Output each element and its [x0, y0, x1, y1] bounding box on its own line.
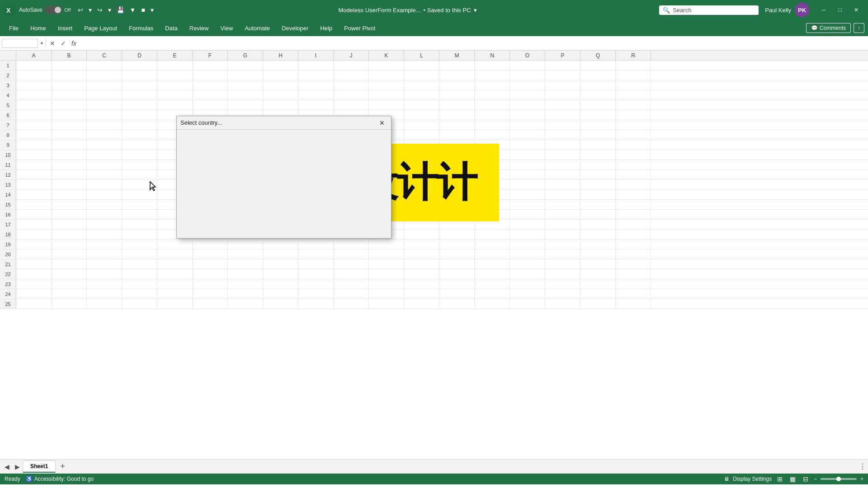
dialog-title: Select country...: [180, 119, 377, 126]
dialog-close-icon: ✕: [379, 119, 385, 127]
dialog-titlebar[interactable]: Select country... ✕: [177, 116, 391, 130]
dialog-close-button[interactable]: ✕: [377, 118, 387, 128]
dialog: Select country... ✕: [176, 116, 392, 239]
modal-overlay: [0, 0, 868, 488]
dialog-content: [177, 130, 391, 238]
